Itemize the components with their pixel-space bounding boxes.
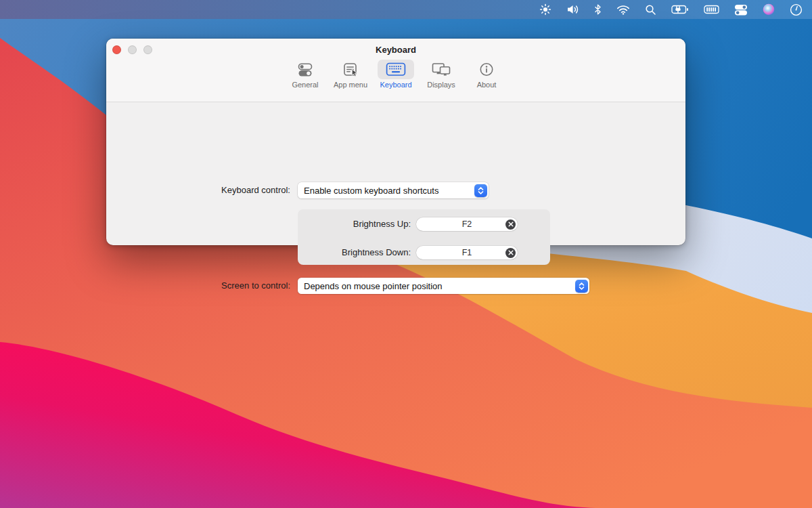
tab-displays[interactable]: Displays [423, 60, 459, 89]
battery-level-icon[interactable] [704, 0, 719, 19]
search-icon[interactable] [645, 0, 656, 19]
brightness-up-key: F2 [462, 219, 472, 229]
tab-about-label: About [477, 81, 497, 89]
tab-general[interactable]: General [287, 60, 323, 89]
tab-app-menu-label: App menu [334, 81, 367, 89]
siri-icon[interactable] [763, 0, 775, 19]
app-menu-document-icon [332, 60, 369, 79]
control-center-icon[interactable] [734, 0, 748, 19]
screen-to-control-dropdown[interactable]: Depends on mouse pointer position [298, 278, 589, 294]
keyboard-icon [378, 60, 414, 79]
window-toolbar: Keyboard General [106, 39, 685, 102]
brightness-down-label: Brightness Down: [275, 247, 411, 258]
clear-brightness-up-button[interactable] [505, 219, 516, 230]
tab-about[interactable]: About [468, 60, 505, 89]
bluetooth-icon[interactable] [594, 0, 602, 19]
tab-keyboard[interactable]: Keyboard [378, 60, 414, 89]
brightness-up-label: Brightness Up: [275, 219, 411, 230]
tab-general-label: General [292, 81, 318, 89]
screen-to-control-value: Depends on mouse pointer position [298, 281, 589, 291]
general-toggles-icon [287, 60, 323, 79]
displays-icon [423, 60, 459, 79]
menu-bar [0, 0, 812, 19]
window-title: Keyboard [106, 45, 685, 55]
window-content: Keyboard control: Enable custom keyboard… [106, 102, 685, 245]
keyboard-control-value: Enable custom keyboard shortcuts [298, 186, 489, 196]
desktop: Keyboard General [0, 0, 812, 508]
preferences-window: Keyboard General [106, 39, 685, 245]
info-icon [468, 60, 505, 79]
screen-to-control-label: Screen to control: [147, 280, 290, 291]
dropdown-stepper-icon [474, 184, 487, 197]
battery-charging-icon[interactable] [671, 0, 689, 19]
clock-icon[interactable] [790, 0, 803, 19]
wifi-icon[interactable] [616, 0, 630, 19]
tab-displays-label: Displays [427, 81, 455, 89]
volume-icon[interactable] [566, 0, 579, 19]
clear-brightness-down-button[interactable] [505, 248, 516, 258]
tab-app-menu[interactable]: App menu [332, 60, 369, 89]
brightness-icon[interactable] [539, 0, 551, 19]
keyboard-control-label: Keyboard control: [147, 185, 290, 196]
dropdown-stepper-icon [575, 280, 588, 293]
toolbar-tabs: General App menu [106, 60, 685, 89]
brightness-down-field[interactable]: F1 [416, 246, 518, 259]
keyboard-control-dropdown[interactable]: Enable custom keyboard shortcuts [298, 182, 489, 198]
tab-keyboard-label: Keyboard [380, 81, 411, 89]
brightness-down-key: F1 [462, 248, 472, 257]
brightness-up-field[interactable]: F2 [416, 217, 518, 231]
